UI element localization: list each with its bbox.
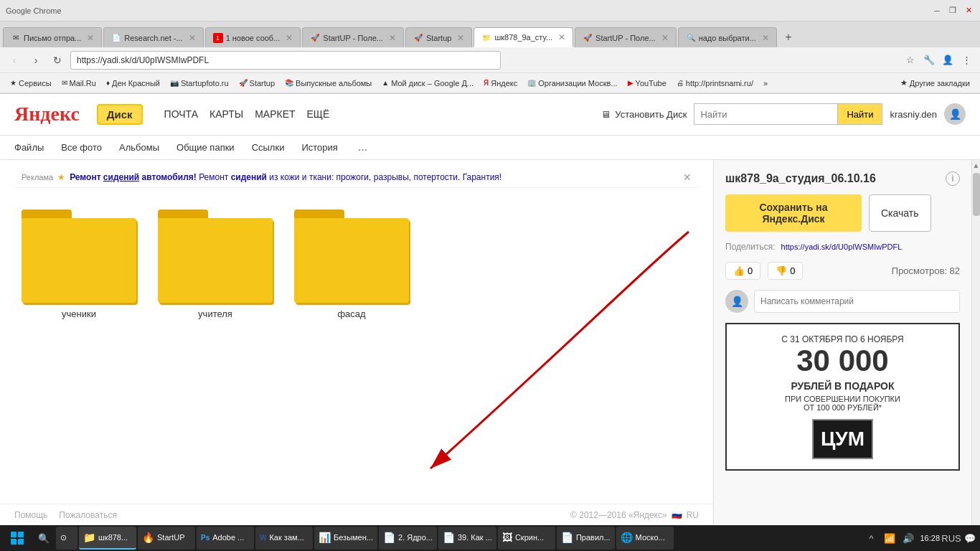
tab-1-close[interactable]: ✕ xyxy=(87,33,94,43)
bookmark-startup[interactable]: 🚀 Startup xyxy=(235,77,279,89)
tab-6-close[interactable]: ✕ xyxy=(558,32,565,42)
ad-link[interactable]: Ремонт сидений автомобиля! Ремонт сидени… xyxy=(70,172,501,182)
bookmark-albums[interactable]: 📚 Выпускные альбомы xyxy=(281,77,376,89)
search-input[interactable] xyxy=(694,103,837,125)
taskbar-search-button[interactable]: 🔍 xyxy=(33,527,55,549)
forward-button[interactable]: › xyxy=(27,52,44,69)
taskbar-chevron-icon[interactable]: ^ xyxy=(864,531,878,545)
taskbar-lang-icon[interactable]: RUS xyxy=(944,531,958,545)
footer-report-link[interactable]: Пожаловаться xyxy=(59,510,117,520)
tab-1[interactable]: ✉ Письмо отпра... ✕ xyxy=(3,27,102,47)
bookmark-startupfoto[interactable]: 📷 Startupfoto.ru xyxy=(166,77,233,89)
scrollbar[interactable]: ▲ xyxy=(971,160,980,526)
taskbar-app-doc3[interactable]: 📄 39. Как ... xyxy=(438,527,496,550)
bookmark-mailru[interactable]: ✉ Mail.Ru xyxy=(57,77,100,89)
dislike-button[interactable]: 👎 0 xyxy=(768,262,803,280)
tab-8[interactable]: 🔍 надо выбрати... ✕ xyxy=(678,27,777,47)
info-icon[interactable]: i xyxy=(946,171,960,186)
new-tab-button[interactable]: + xyxy=(778,27,798,47)
bookmark-star-icon[interactable]: ☆ xyxy=(903,52,918,68)
folder-ucheniki[interactable]: ученики xyxy=(22,209,136,319)
taskbar-app-shk878[interactable]: 📁 шк878... xyxy=(79,527,136,550)
install-disk-button[interactable]: 🖥 Установить Диск xyxy=(601,109,687,120)
tab-6-favicon: 📁 xyxy=(481,32,491,42)
bookmark-printsnami[interactable]: 🖨 http://printsnami.ru/ xyxy=(672,77,758,89)
subnav-files[interactable]: Файлы xyxy=(14,136,44,159)
tab-7-favicon: 🚀 xyxy=(583,33,593,43)
tab-5[interactable]: 🚀 Startup ✕ xyxy=(405,27,472,47)
share-link[interactable]: https://yadi.sk/d/U0pIWSMIwPDFL xyxy=(781,242,903,251)
tab-2[interactable]: 📄 Research.net -... ✕ xyxy=(103,27,203,47)
taskbar-app-firefox[interactable]: 🔥 StartUP xyxy=(138,527,195,550)
taskbar-app-screenshot[interactable]: 🖼 Скрин... xyxy=(498,527,555,550)
tab-8-close[interactable]: ✕ xyxy=(762,33,769,43)
taskbar-app-word[interactable]: W Как зам... xyxy=(255,527,313,550)
taskbar-network-icon[interactable]: 📶 xyxy=(882,531,897,545)
disk-nav-button[interactable]: Диск xyxy=(97,104,143,125)
nav-pochta[interactable]: ПОЧТА xyxy=(164,108,198,120)
tab-2-close[interactable]: ✕ xyxy=(189,33,196,43)
tab-4[interactable]: 🚀 StartUP - Поле... ✕ xyxy=(302,27,404,47)
bookmark-other-folder[interactable]: ★ Другие закладки xyxy=(896,77,974,89)
folder-uchitelya[interactable]: учителя xyxy=(158,209,273,319)
back-button[interactable]: ‹ xyxy=(6,52,23,69)
subnav-allphotos[interactable]: Все фото xyxy=(61,136,102,159)
ad-link-bold[interactable]: Ремонт сидений автомобиля! xyxy=(70,172,197,182)
taskbar-app-pravila[interactable]: 📄 Правил... xyxy=(557,527,615,550)
folder-fasad[interactable]: фасад xyxy=(294,209,409,319)
tab-6[interactable]: 📁 шк878_9а_сту... ✕ xyxy=(473,27,573,47)
ad-close-button[interactable]: ✕ xyxy=(683,171,692,183)
taskbar-app-word-label: Как зам... xyxy=(269,533,303,542)
extensions-icon[interactable]: 🔧 xyxy=(921,52,937,68)
menu-icon[interactable]: ⋮ xyxy=(958,52,974,68)
taskbar-app-photoshop[interactable]: Ps Adobe ... xyxy=(197,527,254,550)
taskbar-notification-icon[interactable]: 💬 xyxy=(963,531,977,545)
bookmark-org[interactable]: 🏢 Организации Москв... xyxy=(523,77,621,89)
tab-3-close[interactable]: ✕ xyxy=(286,33,293,43)
bookmark-services[interactable]: ★ Сервисы xyxy=(6,77,56,89)
download-button[interactable]: Скачать xyxy=(869,194,931,232)
taskbar-cortana[interactable]: ⊙ xyxy=(56,527,77,550)
taskbar-app-excel[interactable]: 📊 Безымен... xyxy=(314,527,377,550)
nav-market[interactable]: МАРКЕТ xyxy=(255,108,295,120)
tab-7-close[interactable]: ✕ xyxy=(661,33,669,43)
bookmark-more[interactable]: » xyxy=(759,77,772,89)
tab-5-close[interactable]: ✕ xyxy=(457,33,464,43)
user-avatar[interactable]: 👤 xyxy=(944,103,966,125)
bookmark-den[interactable]: ♦ Ден Красный xyxy=(102,77,164,89)
subnav-albums[interactable]: Альбомы xyxy=(119,136,159,159)
tab-3-favicon: 1 xyxy=(213,33,223,43)
start-button[interactable] xyxy=(3,527,32,549)
address-input[interactable] xyxy=(70,51,501,70)
bookmark-yandex[interactable]: Я Яндекс xyxy=(479,77,522,89)
subnav-history[interactable]: История xyxy=(301,136,337,159)
scrollbar-up[interactable]: ▲ xyxy=(973,160,980,171)
close-button[interactable]: ✕ xyxy=(963,5,974,17)
search-button[interactable]: Найти xyxy=(837,103,882,125)
tab-3[interactable]: 1 1 новое сооб... ✕ xyxy=(205,27,301,47)
tab-7[interactable]: 🚀 StartUP - Поле... ✕ xyxy=(575,27,677,47)
taskbar-volume-icon[interactable]: 🔊 xyxy=(901,531,915,545)
profile-icon[interactable]: 👤 xyxy=(940,52,956,68)
nav-esche[interactable]: ЕЩЁ xyxy=(307,108,330,120)
restore-button[interactable]: ❐ xyxy=(947,5,958,17)
taskbar-app-moskva[interactable]: 🌐 Моско... xyxy=(616,527,674,550)
save-to-disk-button[interactable]: Сохранить на Яндекс.Диск xyxy=(725,194,862,232)
bookmark-gdrive[interactable]: ▲ Мой диск – Google Д... xyxy=(377,77,478,89)
bookmark-youtube[interactable]: ▶ YouTube xyxy=(623,77,671,89)
like-button[interactable]: 👍 0 xyxy=(725,262,760,280)
reload-button[interactable]: ↻ xyxy=(49,52,66,69)
taskbar-time[interactable]: 16:28 xyxy=(920,534,940,542)
subnav-more[interactable]: ... xyxy=(358,141,367,154)
comment-input[interactable] xyxy=(754,290,960,313)
ad-banner[interactable]: С 31 ОКТЯБРЯ ПО 6 НОЯБРЯ 30 000 РУБЛЕЙ В… xyxy=(725,323,960,471)
taskbar: 🔍 ⊙ 📁 шк878... 🔥 StartUP Ps Adobe ... W … xyxy=(0,525,980,551)
subnav-links[interactable]: Ссылки xyxy=(252,136,285,159)
nav-karty[interactable]: КАРТЫ xyxy=(209,108,243,120)
footer-help-link[interactable]: Помощь xyxy=(14,510,47,520)
taskbar-app-doc2[interactable]: 📄 2. Ядро... xyxy=(379,527,437,550)
subnav-shared[interactable]: Общие папки xyxy=(176,136,235,159)
scrollbar-thumb[interactable] xyxy=(973,173,980,216)
minimize-button[interactable]: ─ xyxy=(931,5,943,17)
tab-4-close[interactable]: ✕ xyxy=(389,33,396,43)
